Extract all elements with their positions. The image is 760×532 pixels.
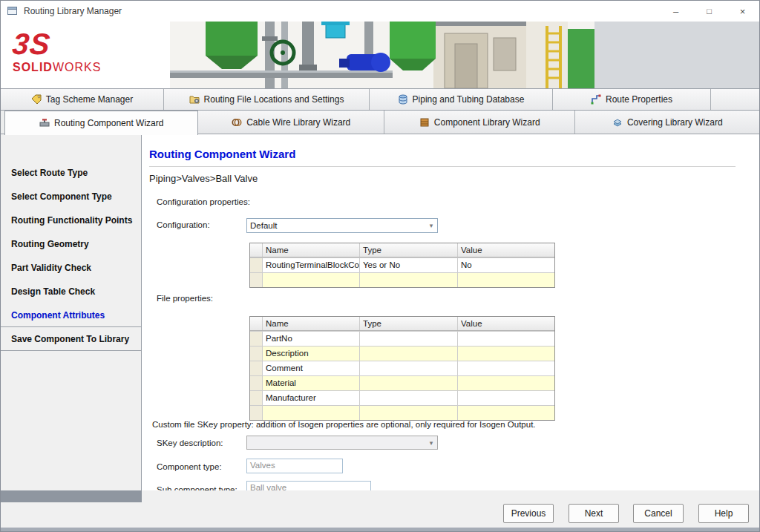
configuration-dropdown-value: Default — [247, 221, 425, 230]
configuration-properties-table: Name Type Value RoutingTerminalBlockComp… — [249, 243, 555, 288]
window-title: Routing Library Manager — [24, 6, 122, 16]
routing-component-wizard-icon — [39, 118, 50, 128]
tab-label: Covering Library Wizard — [627, 117, 723, 128]
table-row — [250, 272, 554, 287]
page-title: Routing Component Wizard — [149, 148, 295, 160]
minimize-button[interactable]: – — [659, 1, 692, 22]
window-controls: – □ × — [659, 1, 759, 22]
cell-type[interactable] — [360, 406, 458, 420]
cell-value[interactable] — [458, 273, 554, 287]
tab-component-library-wizard[interactable]: Component Library Wizard — [384, 111, 576, 134]
skey-description-dropdown[interactable]: ▾ — [246, 436, 438, 450]
cell-value[interactable]: No — [458, 258, 554, 272]
skey-description-label: SKey description: — [157, 439, 223, 447]
cell-type[interactable]: Yes or No — [360, 258, 458, 272]
row-selector[interactable] — [250, 347, 263, 361]
previous-button[interactable]: Previous — [503, 504, 554, 523]
maximize-button[interactable]: □ — [692, 1, 726, 22]
sidebar-item-component-attributes[interactable]: Component Attributes — [1, 303, 141, 327]
tab-tag-scheme-manager[interactable]: Tag Scheme Manager — [1, 89, 164, 110]
column-header-type: Type — [360, 317, 458, 330]
configuration-label: Configuration: — [157, 220, 210, 229]
tab-label: Tag Scheme Manager — [46, 94, 133, 105]
solidworks-logo: 3S SOLIDWORKS — [13, 27, 101, 74]
sub-component-type-input[interactable]: Ball valve — [246, 481, 371, 490]
cell-value[interactable] — [458, 332, 554, 346]
cell-name[interactable] — [263, 406, 360, 420]
close-button[interactable]: × — [726, 1, 759, 22]
component-type-label: Component type: — [157, 462, 222, 471]
header-background — [594, 22, 759, 88]
database-icon — [398, 94, 408, 105]
covering-library-icon — [612, 117, 623, 128]
sidebar-item-routing-geometry[interactable]: Routing Geometry — [1, 232, 141, 256]
cell-type[interactable] — [360, 347, 458, 361]
cell-name[interactable]: Description — [263, 347, 360, 361]
sidebar-item-routing-functionality-points[interactable]: Routing Functionality Points — [1, 208, 141, 232]
cell-type[interactable] — [360, 332, 458, 346]
cell-value[interactable] — [458, 406, 554, 420]
row-selector-header — [250, 243, 263, 257]
tab-cable-wire-library-wizard[interactable]: Cable Wire Library Wizard — [198, 111, 384, 134]
sidebar-item-save-component-to-library[interactable]: Save Component To Library — [1, 327, 141, 351]
component-type-value: Valves — [250, 461, 275, 470]
column-header-name: Name — [263, 317, 360, 330]
skey-note: Custom file SKey property: addition of I… — [152, 420, 536, 429]
cell-name[interactable]: PartNo — [263, 332, 360, 346]
file-properties-label: File properties: — [157, 294, 213, 303]
column-header-type: Type — [360, 243, 458, 257]
solidworks-logo-word: SOLIDWORKS — [13, 61, 101, 74]
column-header-name: Name — [263, 243, 360, 257]
app-icon — [7, 5, 19, 17]
cable-wire-icon — [232, 117, 242, 128]
banner-image — [170, 22, 594, 88]
chevron-down-icon: ▾ — [425, 439, 437, 447]
cell-name[interactable]: Material — [263, 376, 360, 390]
sidebar-item-part-validity-check[interactable]: Part Validity Check — [1, 256, 141, 280]
row-selector[interactable] — [250, 332, 263, 346]
tab-label: Routing File Locations and Settings — [204, 94, 344, 105]
sidebar-item-design-table-check[interactable]: Design Table Check — [1, 280, 141, 303]
cell-name[interactable]: RoutingTerminalBlockComp — [263, 258, 360, 272]
routing-library-manager-window: Routing Library Manager – □ × 3S SOLIDWO… — [0, 0, 760, 532]
folder-gear-icon — [189, 94, 200, 105]
cancel-button[interactable]: Cancel — [633, 504, 684, 523]
cell-value[interactable] — [458, 361, 554, 375]
table-row — [250, 405, 554, 420]
footer-bar: Previous Next Cancel Help — [1, 490, 759, 531]
cell-type[interactable] — [360, 376, 458, 390]
tab-route-properties[interactable]: Route Properties — [553, 89, 711, 110]
cell-type[interactable] — [360, 273, 458, 287]
sidebar-item-select-route-type[interactable]: Select Route Type — [1, 161, 141, 185]
cell-name[interactable] — [263, 273, 360, 287]
component-type-input[interactable]: Valves — [246, 459, 343, 473]
logo-word-solid: SOLID — [13, 61, 53, 73]
configuration-dropdown[interactable]: Default ▾ — [246, 218, 438, 233]
table-row: Description — [250, 346, 554, 361]
configuration-properties-label: Configuration properties: — [157, 197, 250, 206]
cell-name[interactable]: Comment — [263, 361, 360, 375]
cell-value[interactable] — [458, 347, 554, 361]
next-button[interactable]: Next — [569, 504, 619, 523]
tab-row-wizards: Routing Component Wizard Cable Wire Libr… — [1, 111, 759, 134]
column-header-value: Value — [458, 243, 554, 257]
row-selector[interactable] — [250, 376, 263, 390]
row-selector[interactable] — [250, 406, 263, 420]
cell-value[interactable] — [458, 391, 554, 405]
footer-left-panel — [1, 490, 142, 502]
row-selector[interactable] — [250, 361, 263, 375]
tab-routing-component-wizard[interactable]: Routing Component Wizard — [4, 111, 198, 135]
cell-type[interactable] — [360, 361, 458, 375]
row-selector[interactable] — [250, 391, 263, 405]
tab-routing-file-locations[interactable]: Routing File Locations and Settings — [164, 89, 370, 110]
tab-piping-tubing-database[interactable]: Piping and Tubing Database — [370, 89, 553, 110]
cell-name[interactable]: Manufacturer — [263, 391, 360, 405]
cell-value[interactable] — [458, 376, 554, 390]
sidebar-item-select-component-type[interactable]: Select Component Type — [1, 185, 141, 208]
cell-type[interactable] — [360, 391, 458, 405]
row-selector[interactable] — [250, 258, 263, 272]
help-button[interactable]: Help — [698, 504, 749, 523]
route-properties-icon — [591, 94, 601, 105]
tab-covering-library-wizard[interactable]: Covering Library Wizard — [575, 111, 759, 134]
row-selector[interactable] — [250, 273, 263, 287]
